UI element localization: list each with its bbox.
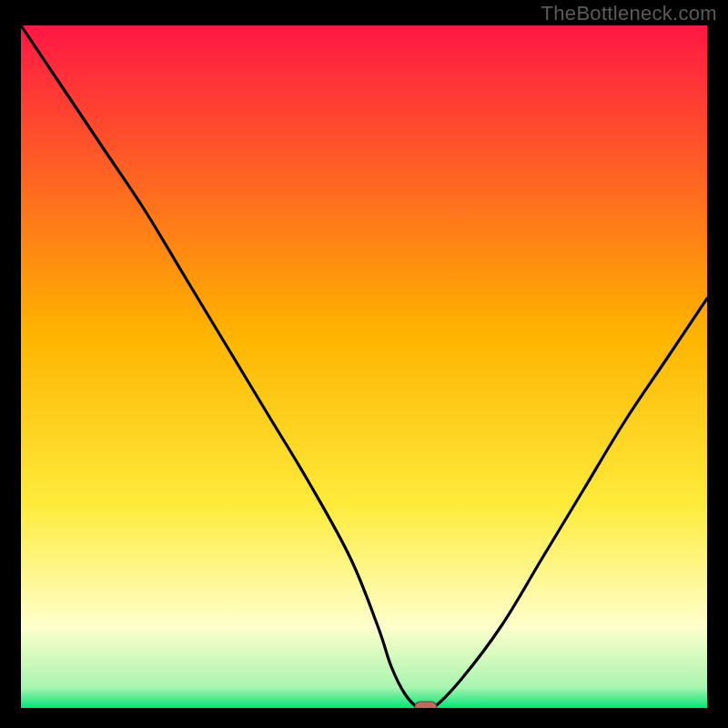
attribution-label: TheBottleneck.com	[541, 2, 717, 25]
chart-container: TheBottleneck.com	[0, 0, 728, 728]
plot-area	[21, 25, 707, 708]
chart-svg	[21, 25, 707, 708]
optimum-marker	[415, 702, 437, 708]
gradient-background	[21, 25, 707, 708]
